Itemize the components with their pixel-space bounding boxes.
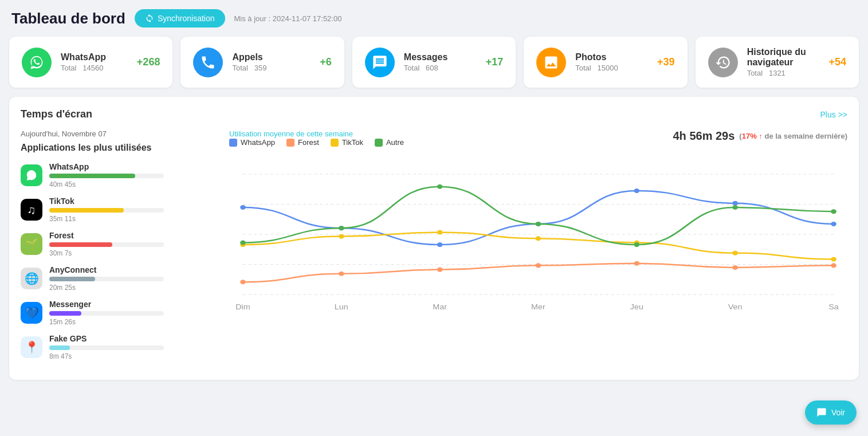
screen-time-title: Temps d'écran [21, 108, 92, 120]
stat-info-historique: Historique du navigateur Total 1321 [747, 47, 820, 77]
left-column: Aujourd'hui, Novembre 07 Applications le… [21, 129, 215, 368]
usage-label: Utilisation moyenne de cette semaine Wha… [229, 129, 404, 156]
svg-point-13 [339, 272, 344, 276]
svg-text:Lun: Lun [335, 303, 348, 311]
app-time: 20m 25s [49, 284, 215, 292]
legend-label: TikTok [342, 138, 363, 147]
stat-card-messages: Messages Total 608 +17 [352, 37, 516, 88]
svg-point-18 [831, 263, 836, 268]
svg-text:Dim: Dim [235, 303, 250, 311]
stat-delta-whatsapp: +268 [137, 56, 160, 68]
app-bar-container [49, 345, 164, 350]
page-header: Tableau de bord Synchronisation Mis à jo… [0, 0, 868, 37]
stat-info-photos: Photos Total 15000 [575, 52, 648, 72]
svg-text:Jeu: Jeu [630, 303, 643, 311]
svg-point-21 [437, 230, 443, 234]
app-bar [49, 277, 95, 281]
legend-color [331, 139, 339, 147]
app-bar-container [49, 311, 164, 316]
svg-text:Ven: Ven [728, 303, 743, 311]
legend-label: WhatsApp [241, 138, 275, 147]
svg-point-25 [831, 257, 836, 261]
app-name: AnyConnect [49, 265, 215, 274]
sync-label: Synchronisation [158, 14, 215, 23]
svg-point-27 [339, 226, 344, 230]
legend-color [286, 139, 294, 147]
svg-point-9 [634, 188, 640, 193]
svg-point-30 [634, 242, 640, 247]
app-bar [49, 345, 70, 350]
legend-item: WhatsApp [229, 138, 275, 147]
svg-point-14 [437, 268, 443, 272]
app-bar [49, 174, 135, 178]
app-time: 8m 47s [49, 352, 215, 360]
app-name: Messenger [49, 300, 215, 309]
app-details: Messenger 15m 26s [49, 300, 215, 326]
apps-title: Applications les plus utilisées [21, 143, 215, 153]
legend-item: Autre [375, 138, 404, 147]
app-time: 40m 45s [49, 180, 215, 188]
stat-info-whatsapp: WhatsApp Total 14560 [61, 52, 128, 72]
svg-point-16 [634, 261, 640, 266]
app-bar [49, 311, 81, 316]
stat-total-photos: Total 15000 [575, 64, 648, 72]
app-name: TikTok [49, 197, 215, 206]
stat-name-appels: Appels [232, 52, 311, 62]
svg-point-28 [437, 184, 443, 189]
svg-point-12 [240, 280, 246, 284]
line-chart: DimLunMarMerJeuVenSa [229, 163, 847, 323]
stat-info-appels: Appels Total 359 [232, 52, 311, 72]
stat-delta-appels: +6 [320, 56, 332, 68]
right-column: Utilisation moyenne de cette semaine Wha… [229, 129, 847, 368]
stat-total-messages: Total 608 [404, 64, 477, 72]
legend-color [229, 139, 237, 147]
stat-delta-historique: +54 [828, 56, 846, 68]
svg-point-31 [732, 205, 738, 210]
svg-point-11 [831, 222, 836, 226]
apps-list: WhatsApp 40m 45s ♫ TikTok 35m 11s 🌱 Fore… [21, 162, 215, 360]
list-item: 🌐 AnyConnect 20m 25s [21, 265, 215, 292]
app-icon: 🌐 [21, 268, 42, 289]
plus-link[interactable]: Plus >> [820, 110, 847, 119]
svg-text:Sa: Sa [828, 303, 839, 311]
app-name: WhatsApp [49, 162, 215, 171]
stat-name-messages: Messages [404, 52, 477, 62]
svg-point-5 [240, 205, 246, 210]
stat-name-photos: Photos [575, 52, 648, 62]
stat-icon-messages [365, 48, 395, 77]
svg-point-29 [536, 222, 541, 226]
stat-name-historique: Historique du navigateur [747, 47, 820, 68]
legend-item: TikTok [331, 138, 363, 147]
svg-point-24 [732, 251, 738, 256]
svg-point-20 [339, 234, 344, 239]
app-bar-container [49, 277, 164, 281]
stat-icon-whatsapp [22, 48, 52, 77]
page-title: Tableau de bord [11, 10, 125, 28]
app-icon [21, 164, 42, 186]
stats-row: WhatsApp Total 14560 +268 Appels Total 3… [0, 37, 868, 97]
app-name: Fake GPS [49, 334, 215, 343]
stat-delta-photos: +39 [657, 56, 675, 68]
list-item: ♫ TikTok 35m 11s [21, 197, 215, 223]
list-item: 🌱 Forest 30m 7s [21, 231, 215, 257]
legend-label: Forest [298, 138, 319, 147]
legend-label: Autre [386, 138, 404, 147]
svg-point-32 [831, 209, 836, 214]
stat-icon-historique [708, 48, 738, 77]
svg-point-26 [240, 240, 246, 245]
usage-stats: 4h 56m 29s (17% ↑ de la semaine dernière… [673, 129, 847, 143]
svg-point-10 [732, 201, 738, 206]
app-bar-container [49, 208, 164, 213]
date-label: Aujourd'hui, Novembre 07 [21, 129, 215, 138]
app-bar [49, 208, 124, 213]
stat-card-historique: Historique du navigateur Total 1321 +54 [696, 37, 859, 88]
app-time: 35m 11s [49, 215, 215, 223]
svg-point-7 [437, 242, 443, 247]
content-row: Aujourd'hui, Novembre 07 Applications le… [21, 129, 847, 368]
stat-delta-messages: +17 [486, 56, 504, 68]
app-icon: 💙 [21, 302, 42, 324]
sync-button[interactable]: Synchronisation [135, 9, 225, 28]
stat-icon-photos [536, 48, 566, 77]
chart-legend: WhatsAppForestTikTokAutre [229, 138, 404, 147]
last-update: Mis à jour : 2024-11-07 17:52:00 [234, 14, 342, 23]
